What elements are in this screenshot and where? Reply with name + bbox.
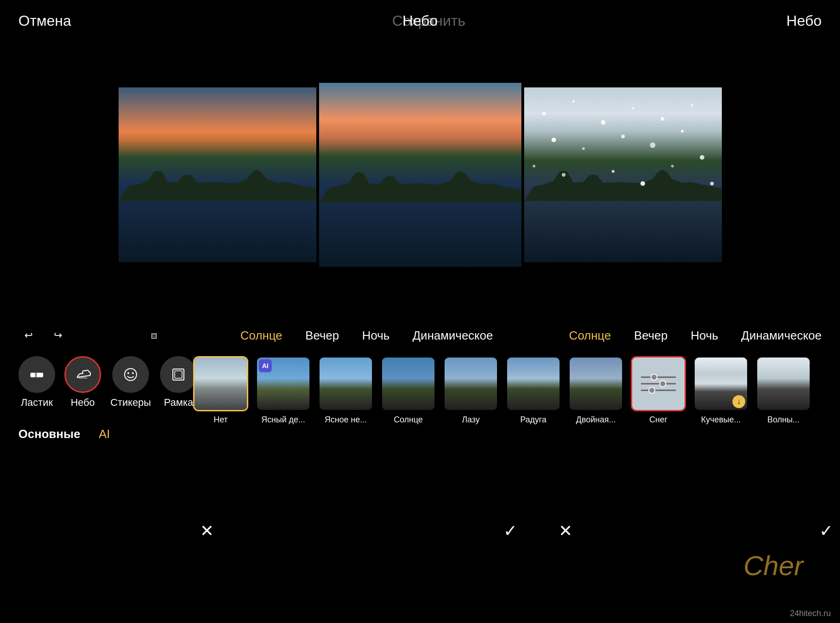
watermark: 24hitech.ru <box>790 609 831 618</box>
filter-clear-ne[interactable]: Ясное не... <box>318 356 373 425</box>
svg-point-21 <box>125 369 137 381</box>
main-bottom-content: Ластик Небо <box>0 352 840 623</box>
filter-cat-evening-2[interactable]: Вечер <box>634 329 668 343</box>
filter-rainbow[interactable]: Радуга <box>506 356 561 425</box>
filter-label-cumulus: Кучевые... <box>701 415 741 425</box>
svg-rect-19 <box>35 373 37 377</box>
filter-preview-cumulus: ↓ <box>695 358 747 410</box>
download-badge: ↓ <box>732 395 745 408</box>
filter-label-waves: Волны... <box>767 415 800 425</box>
stickers-icon <box>112 356 149 393</box>
filter-thumb-cumulus: ↓ <box>693 356 749 411</box>
stickers-label: Стикеры <box>110 397 151 409</box>
split-button[interactable]: ⧈ <box>144 325 164 346</box>
filter-cat-night-2[interactable]: Ночь <box>691 329 718 343</box>
title-left: Небо <box>402 12 438 29</box>
svg-rect-20 <box>78 377 87 379</box>
filter-thumb-double <box>568 356 623 411</box>
filter-sun[interactable]: Солнце <box>381 356 436 425</box>
filter-label-clear-day: Ясный де... <box>261 415 305 425</box>
right-filters-panel: Нет AI Ясный де... Ясное не <box>193 352 840 623</box>
filter-preview-clear-ne <box>320 358 372 410</box>
stickers-tool[interactable]: Стикеры <box>110 356 151 409</box>
frame-tool[interactable]: Рамка <box>160 356 197 409</box>
toolbar-row: ↩ ↪ ⧈ Солнце Вечер Ночь Динамическое Сол… <box>0 319 840 352</box>
svg-point-10 <box>681 130 684 133</box>
svg-point-6 <box>551 138 556 142</box>
filter-thumb-snow <box>631 356 686 411</box>
filter-thumb-rainbow <box>506 356 561 411</box>
filter-clear-day[interactable]: AI Ясный де... <box>256 356 311 425</box>
filter-cat-sun-1[interactable]: Солнце <box>240 329 282 343</box>
filter-thumb-none <box>193 356 248 411</box>
svg-point-16 <box>671 165 674 167</box>
filter-label-sun: Солнце <box>394 415 423 425</box>
filter-preview-none <box>194 358 247 410</box>
filter-preview-double <box>570 358 622 410</box>
svg-point-4 <box>661 117 664 121</box>
filter-preview-snow <box>632 358 685 410</box>
tab-basic[interactable]: Основные <box>18 427 80 441</box>
filter-thumb-lazu <box>443 356 498 411</box>
filter-cat-sun-2[interactable]: Солнце <box>569 329 611 343</box>
filter-snow[interactable]: Снег <box>631 356 686 425</box>
city-silhouette <box>119 164 316 201</box>
svg-point-22 <box>127 372 129 374</box>
filter-lazu[interactable]: Лазу <box>443 356 498 425</box>
filter-preview-clear-day: AI <box>257 358 309 410</box>
svg-point-31 <box>660 381 666 386</box>
filter-thumb-clear-day: AI <box>256 356 311 411</box>
cancel-action-1[interactable]: ✕ <box>193 517 221 545</box>
sky-icon <box>64 356 101 393</box>
redo-button[interactable]: ↪ <box>48 325 68 346</box>
svg-rect-25 <box>175 371 182 378</box>
svg-point-30 <box>651 374 657 380</box>
svg-point-17 <box>710 182 714 185</box>
left-tools-panel: Ластик Небо <box>0 352 193 623</box>
image-panel-original <box>119 87 316 262</box>
bottom-tabs: Основные AI <box>18 427 193 441</box>
filter-thumb-waves <box>756 356 811 411</box>
tool-group: Ластик Небо <box>18 356 175 409</box>
cher-text: Cher <box>743 550 803 582</box>
filters-row: Нет AI Ясный де... Ясное не <box>193 352 840 429</box>
undo-button[interactable]: ↩ <box>18 325 39 346</box>
sky-tool[interactable]: Небо <box>64 356 101 409</box>
svg-point-12 <box>532 165 535 167</box>
eraser-label: Ластик <box>21 397 53 409</box>
svg-point-23 <box>132 372 134 374</box>
svg-point-1 <box>572 100 575 103</box>
filter-preview-rainbow <box>507 358 560 410</box>
filter-thumb-sun <box>381 356 436 411</box>
svg-point-7 <box>582 147 585 150</box>
eraser-icon <box>18 356 55 393</box>
confirm-action-2[interactable]: ✓ <box>812 517 840 545</box>
filter-cat-evening-1[interactable]: Вечер <box>305 329 339 343</box>
filter-waves[interactable]: Волны... <box>756 356 811 425</box>
images-area <box>0 41 840 308</box>
tab-ai[interactable]: AI <box>99 427 110 441</box>
filter-cat-dynamic-2[interactable]: Динамическое <box>741 329 822 343</box>
action-buttons: ✕ ✓ ✕ ✓ <box>193 438 840 623</box>
filter-cat-night-1[interactable]: Ночь <box>362 329 389 343</box>
filter-cumulus[interactable]: ↓ Кучевые... <box>693 356 749 425</box>
eraser-tool[interactable]: Ластик <box>18 356 55 409</box>
ai-badge: AI <box>259 359 272 372</box>
filter-label-double: Двойная... <box>576 415 616 425</box>
filter-preview-lazu <box>445 358 497 410</box>
image-middle <box>319 83 521 267</box>
filter-cat-dynamic-1[interactable]: Динамическое <box>412 329 493 343</box>
cancel-action-2[interactable]: ✕ <box>552 517 579 545</box>
snow-effect <box>524 87 722 262</box>
city-silhouette-2 <box>319 166 521 202</box>
filter-preview-waves <box>757 358 810 410</box>
filter-none[interactable]: Нет <box>193 356 248 425</box>
filter-thumb-clear-ne <box>318 356 373 411</box>
svg-point-5 <box>691 104 693 106</box>
filter-label-clear-ne: Ясное не... <box>325 415 367 425</box>
toolbar-left: ↩ ↪ <box>18 325 68 346</box>
filter-double[interactable]: Двойная... <box>568 356 623 425</box>
confirm-action-1[interactable]: ✓ <box>497 517 524 545</box>
svg-point-14 <box>611 170 614 173</box>
cancel-button[interactable]: Отмена <box>18 12 71 29</box>
